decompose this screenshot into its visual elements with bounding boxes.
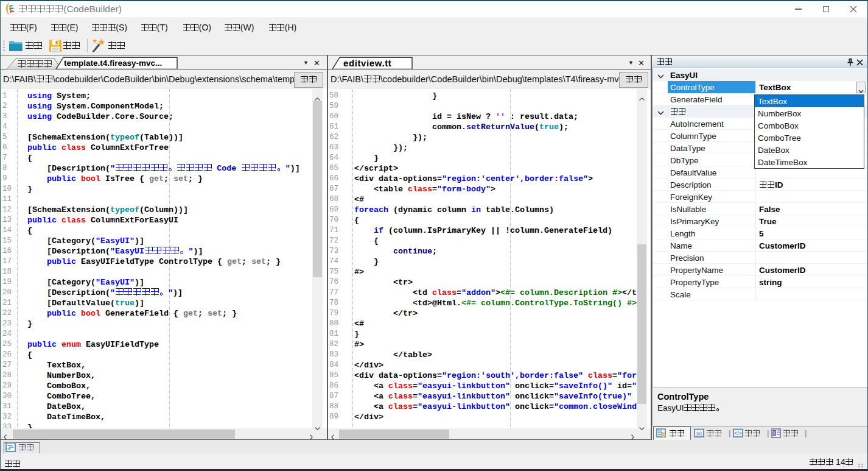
svg-text:</>: </>: [734, 430, 741, 436]
svg-text:[x]: [x]: [696, 431, 701, 436]
